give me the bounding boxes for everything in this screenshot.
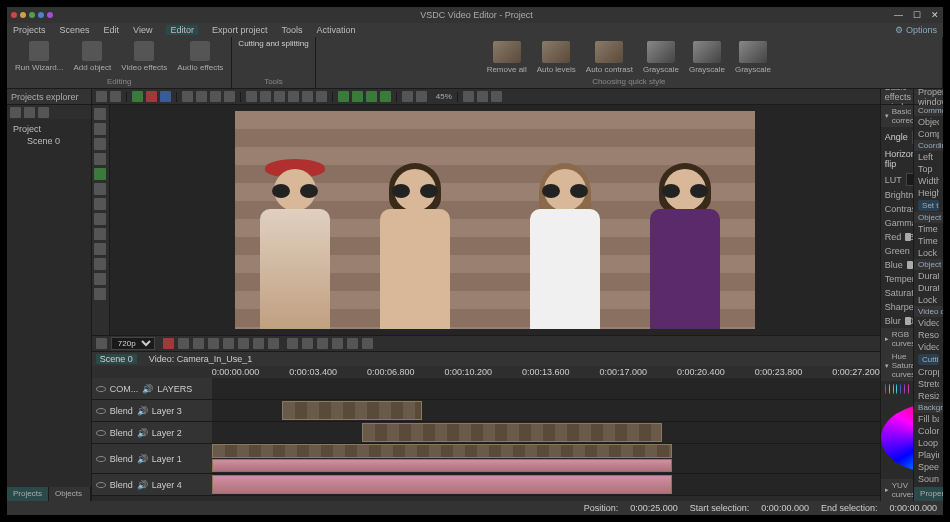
property-row[interactable]: Speed (%)100 [914,461,943,473]
eye-icon[interactable] [96,430,106,436]
color-swatch[interactable] [900,384,901,394]
property-row[interactable]: Object nameCamera_In_Use_1 [914,116,943,128]
horizontal-flip-toggle[interactable]: Horizontal flip [885,149,913,169]
tool-icon[interactable] [317,338,328,349]
eye-icon[interactable] [96,456,106,462]
tool-icon[interactable] [362,338,373,349]
eye-icon[interactable] [96,482,106,488]
tool-icon[interactable] [94,183,106,195]
tool-icon[interactable] [94,288,106,300]
audio-clip[interactable] [212,459,672,472]
ellipse-icon[interactable] [94,153,106,165]
tool-icon[interactable] [94,198,106,210]
menu-scenes[interactable]: Scenes [60,25,90,35]
cursor-icon[interactable] [94,108,106,120]
skip-back-icon[interactable] [178,338,189,349]
color-swatch[interactable] [908,384,909,394]
add-object-button[interactable]: Add object [71,39,113,74]
property-row[interactable]: Lock to parent durNo [914,294,943,306]
menu-activation[interactable]: Activation [316,25,355,35]
tool-icon[interactable] [274,91,285,102]
tool-icon[interactable] [477,91,488,102]
options-button[interactable]: ⚙ Options [895,25,937,35]
property-row[interactable]: VideoCamera_In_Use.mp4 [914,317,943,329]
settings-icon[interactable] [96,338,107,349]
color-swatch[interactable] [893,384,894,394]
arrow-icon[interactable] [352,91,363,102]
tool-icon[interactable] [316,91,327,102]
tool-icon[interactable] [288,91,299,102]
video-clip[interactable] [282,401,422,420]
eye-icon[interactable] [96,408,106,414]
arrow-icon[interactable] [380,91,391,102]
eye-icon[interactable] [96,386,106,392]
set-same-size-button[interactable]: Set the same size as the parent has [918,200,939,211]
property-row[interactable]: Left0.000 [914,151,943,163]
grayscale-button[interactable]: Grayscale [641,39,681,76]
tool-icon[interactable] [160,91,171,102]
auto-levels-button[interactable]: Auto levels [535,39,578,76]
tool-icon[interactable] [110,91,121,102]
tree-project[interactable]: Project [13,123,85,135]
property-row[interactable]: Video duration0:00:13.633 [914,341,943,353]
color-swatch[interactable] [889,384,890,394]
property-row[interactable]: Sound stretching modeTempo change [914,473,943,485]
tool-icon[interactable] [94,243,106,255]
arrow-icon[interactable] [366,91,377,102]
video-effects-button[interactable]: Video effects [119,39,169,74]
menu-editor[interactable]: Editor [166,25,198,35]
property-row[interactable]: Cropped borders0; 0; 0; 0 [914,366,943,378]
tool-icon[interactable] [491,91,502,102]
tab-properties[interactable]: Properties window [914,487,943,501]
tool-icon[interactable] [94,213,106,225]
tool-icon[interactable] [302,91,313,102]
section-basic-correction[interactable]: Basic correction [881,105,913,127]
audio-effects-button[interactable]: Audio effects [175,39,225,74]
tool-icon[interactable] [132,91,143,102]
grayscale-button-3[interactable]: Grayscale [733,39,773,76]
property-row[interactable]: Stretch videoNo [914,378,943,390]
tool-icon[interactable] [94,273,106,285]
property-row[interactable]: Resolution1920; 1080 [914,329,943,341]
record-icon[interactable] [163,338,174,349]
property-row[interactable]: Height1080.000 [914,187,943,199]
property-row[interactable]: Fill backgroundNo [914,413,943,425]
section-yuv-curves[interactable]: YUV curves [881,479,913,501]
rect-icon[interactable] [94,123,106,135]
prev-frame-icon[interactable] [193,338,204,349]
skip-fwd-icon[interactable] [238,338,249,349]
color-swatch[interactable] [885,384,886,394]
property-row[interactable]: Duration (ms)0:00:25.783 [914,270,943,282]
tool-icon[interactable] [260,91,271,102]
section-hue-saturation[interactable]: Hue Saturation curves [881,350,913,381]
tool-icon[interactable] [224,91,235,102]
property-row[interactable]: Width1920.000 [914,175,943,187]
property-row[interactable]: Color0; 0; 0 [914,425,943,437]
color-swatch[interactable] [904,384,905,394]
color-swatch[interactable] [896,384,897,394]
property-row[interactable]: Time (frame)0 [914,235,943,247]
timeline-tab-scene[interactable]: Scene 0 [96,354,137,364]
auto-contrast-button[interactable]: Auto contrast [584,39,635,76]
color-wheel[interactable] [881,403,913,473]
cutting-splitting-button[interactable]: Cutting and splitting [918,354,939,365]
stop-icon[interactable] [253,338,264,349]
video-clip[interactable] [362,423,662,442]
next-frame-icon[interactable] [223,338,234,349]
video-clip[interactable] [212,444,672,458]
tool-icon[interactable] [94,258,106,270]
menu-tools[interactable]: Tools [281,25,302,35]
tool-icon[interactable] [210,91,221,102]
run-wizard-button[interactable]: Run Wizard... [13,39,65,74]
property-row[interactable]: Time (ms)0:00:00.000 [914,223,943,235]
property-row[interactable]: Top0.000 [914,163,943,175]
minimize-icon[interactable]: — [894,10,903,20]
section-rgb-curves[interactable]: RGB curves [881,328,913,350]
menu-view[interactable]: View [133,25,152,35]
zoom-value[interactable]: 45% [436,92,452,101]
maximize-icon[interactable]: ☐ [913,10,921,20]
timeline-ruler[interactable]: 0:00:00.0000:00:03.4000:00:06.8000:00:10… [92,366,880,378]
play-icon[interactable] [208,338,219,349]
tool-icon[interactable] [96,91,107,102]
tree-tool-icon[interactable] [24,107,35,118]
